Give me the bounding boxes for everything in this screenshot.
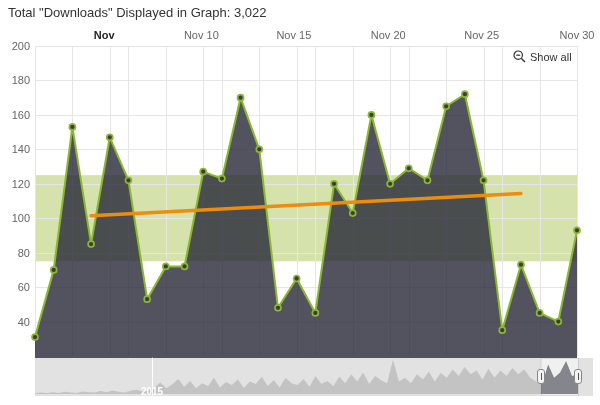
navigator-handle-left[interactable] <box>537 369 545 384</box>
y-axis-label: 140 <box>0 143 30 155</box>
y-axis-label: 100 <box>0 212 30 224</box>
y-axis-label: 200 <box>0 40 30 52</box>
y-axis-label: 80 <box>0 247 30 259</box>
y-axis-label: 180 <box>0 74 30 86</box>
y-axis-label: 120 <box>0 178 30 190</box>
x-axis-label: Nov 25 <box>464 29 499 41</box>
x-axis-label: Nov <box>94 29 115 41</box>
navigator-track[interactable] <box>35 358 593 396</box>
navigator-year-label: 2015 <box>141 386 163 397</box>
navigator-handle-right[interactable] <box>574 369 582 384</box>
chart-title: Total "Downloads" Displayed in Graph: 3,… <box>8 5 267 20</box>
x-axis-label: Nov 30 <box>560 29 595 41</box>
y-axis-label: 160 <box>0 109 30 121</box>
x-axis-label: Nov 20 <box>371 29 406 41</box>
handle-grip <box>541 373 542 380</box>
y-axis-label: 60 <box>0 281 30 293</box>
handle-grip <box>578 373 579 380</box>
x-axis-label: Nov 15 <box>276 29 311 41</box>
y-axis-label: 40 <box>0 316 30 328</box>
plot-area[interactable] <box>35 46 577 356</box>
x-axis-label: Nov 10 <box>184 29 219 41</box>
downloads-chart: Total "Downloads" Displayed in Graph: 3,… <box>0 0 600 405</box>
